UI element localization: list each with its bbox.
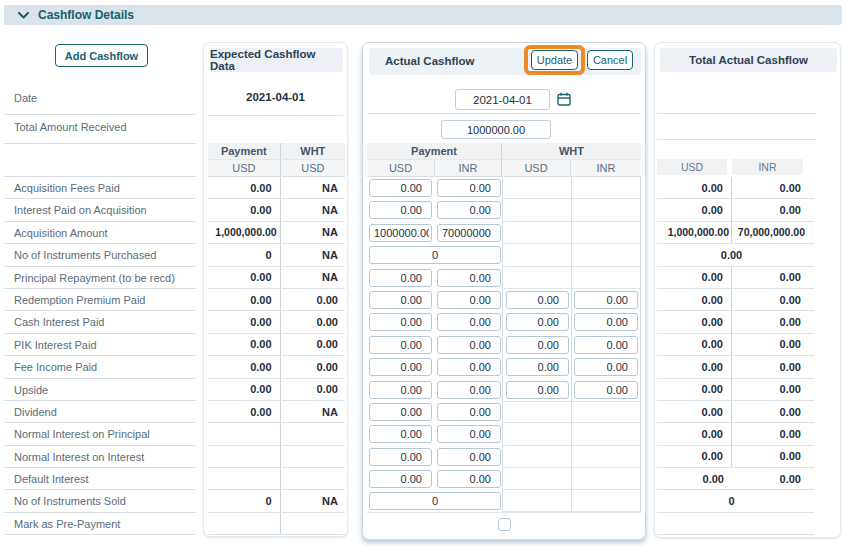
- payment-inr-input[interactable]: [437, 291, 501, 309]
- expected-cell: 0: [208, 244, 281, 265]
- add-cashflow-button[interactable]: Add Cashflow: [55, 44, 148, 67]
- instruments-purchased-input[interactable]: [369, 246, 501, 264]
- expected-cell: 1,000,000.00: [208, 222, 281, 243]
- row-label: Upside: [4, 379, 196, 401]
- table-row: 0NA: [208, 490, 345, 512]
- actual-rows: [367, 177, 641, 535]
- table-row: 1,000,000.00NA: [208, 222, 345, 244]
- cancel-button[interactable]: Cancel: [587, 50, 633, 70]
- payment-inr-input[interactable]: [437, 403, 501, 421]
- wht-usd-input[interactable]: [506, 381, 569, 399]
- update-button[interactable]: Update: [531, 50, 578, 70]
- wht-inr-input[interactable]: [574, 336, 638, 354]
- payment-inr-input[interactable]: [437, 470, 501, 488]
- total-inr-value: 70,000,000.00: [732, 222, 806, 243]
- total-usd-value: 0.00: [657, 423, 732, 444]
- table-row: 0NA: [208, 244, 345, 266]
- table-row: [367, 199, 641, 221]
- payment-inr-input[interactable]: [437, 425, 501, 443]
- table-row: [367, 334, 641, 356]
- prepayment-checkbox[interactable]: [498, 518, 511, 531]
- divider: [657, 113, 817, 114]
- row-label: Default Interest: [4, 468, 196, 490]
- payment-inr-input[interactable]: [437, 201, 501, 219]
- total-usd-value: 0.00: [657, 311, 732, 332]
- payment-usd-input[interactable]: [369, 470, 432, 488]
- payment-usd-input[interactable]: [369, 291, 432, 309]
- row-label: PIK Interest Paid: [4, 334, 196, 356]
- wht-empty-cell: [502, 199, 640, 221]
- payment-usd-input[interactable]: [369, 403, 432, 421]
- expected-cell: [208, 423, 281, 444]
- payment-inr-input[interactable]: [437, 336, 501, 354]
- total-usd-value: 0.00: [657, 379, 732, 400]
- expected-group-header: Payment WHT: [208, 143, 345, 160]
- table-row: 0.000.00: [657, 311, 814, 333]
- table-row: 0.000.00: [657, 177, 814, 199]
- payment-usd-input[interactable]: [369, 448, 432, 466]
- expected-cell: 0.00: [208, 311, 281, 332]
- payment-usd-input[interactable]: [369, 313, 432, 331]
- payment-inr-input[interactable]: [437, 179, 501, 197]
- wht-inr-input[interactable]: [574, 313, 638, 331]
- expected-cell: 0.00: [208, 199, 281, 220]
- table-row: [367, 356, 641, 378]
- wht-usd-input[interactable]: [506, 336, 569, 354]
- payment-inr-input[interactable]: [437, 358, 501, 376]
- table-row: 0.000.00: [657, 423, 814, 445]
- expected-cell: 0.00: [281, 379, 345, 400]
- expected-cell: 0.00: [208, 356, 281, 377]
- currency-usd: USD: [367, 160, 435, 176]
- expected-cell: 0.00: [281, 289, 345, 310]
- instruments-sold-input[interactable]: [369, 492, 501, 510]
- wht-empty-cell: [502, 446, 640, 468]
- wht-inr-input[interactable]: [574, 381, 638, 399]
- calendar-icon[interactable]: [557, 92, 571, 110]
- payment-usd-input[interactable]: [369, 224, 432, 242]
- row-label: Cash Interest Paid: [4, 311, 196, 333]
- total-amount-received-input[interactable]: [441, 120, 551, 139]
- wht-empty-cell: [502, 244, 640, 266]
- wht-usd-input[interactable]: [506, 313, 569, 331]
- wht-usd-input[interactable]: [506, 291, 569, 309]
- total-rows: 0.000.00 0.000.00 1,000,000.0070,000,000…: [657, 177, 814, 535]
- wht-header: WHT: [281, 143, 345, 159]
- currency-usd: USD: [502, 160, 571, 176]
- total-amount-received-label: Total Amount Received: [14, 121, 127, 133]
- table-row: [367, 379, 641, 401]
- payment-usd-input[interactable]: [369, 201, 432, 219]
- wht-inr-input[interactable]: [574, 358, 638, 376]
- payment-usd-input[interactable]: [369, 179, 432, 197]
- total-inr-value: 0.00: [732, 199, 806, 220]
- wht-empty-cell: [502, 177, 640, 199]
- table-row: [367, 177, 641, 199]
- wht-inr-input[interactable]: [574, 291, 638, 309]
- payment-usd-input[interactable]: [369, 336, 432, 354]
- expected-cell: NA: [281, 177, 345, 198]
- table-row: [367, 446, 641, 468]
- table-row: 0.000.00: [208, 334, 345, 356]
- wht-usd-input[interactable]: [506, 358, 569, 376]
- expected-cell: NA: [281, 222, 345, 243]
- table-row: [367, 490, 641, 512]
- wht-empty-cell: [502, 222, 640, 244]
- payment-inr-input[interactable]: [437, 269, 501, 287]
- payment-inr-input[interactable]: [437, 448, 501, 466]
- expected-cell: 0.00: [208, 379, 281, 400]
- cashflow-details-section-header[interactable]: Cashflow Details: [4, 5, 842, 25]
- payment-usd-input[interactable]: [369, 381, 432, 399]
- payment-usd-input[interactable]: [369, 425, 432, 443]
- table-row: 0.000.00: [657, 199, 814, 221]
- table-row: 0.00NA: [208, 199, 345, 221]
- payment-inr-input[interactable]: [437, 224, 501, 242]
- actual-date-input[interactable]: [455, 89, 550, 110]
- total-usd-value: 0.00: [657, 177, 732, 198]
- total-inr-value: 0.00: [732, 379, 806, 400]
- payment-usd-input[interactable]: [369, 358, 432, 376]
- total-inr-value: 0.00: [732, 423, 806, 444]
- payment-inr-input[interactable]: [437, 313, 501, 331]
- payment-inr-input[interactable]: [437, 381, 501, 399]
- payment-usd-input[interactable]: [369, 269, 432, 287]
- expected-cell: 0.00: [208, 401, 281, 422]
- wht-empty-cell: [502, 401, 640, 423]
